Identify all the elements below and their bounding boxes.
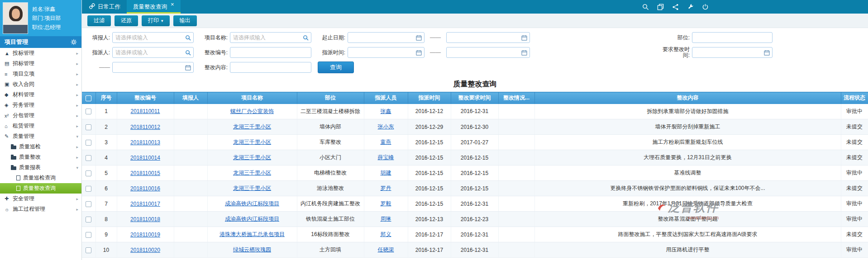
logout-icon[interactable] (702, 4, 709, 10)
sidebar-item[interactable]: 质量巡检查询 (0, 173, 81, 183)
select-all-checkbox[interactable] (86, 95, 91, 101)
rectify-content-input[interactable] (230, 62, 311, 73)
end-date-input[interactable] (446, 32, 530, 43)
sidebar-item[interactable]: ▣收入合同▸ (0, 79, 81, 90)
share-icon[interactable] (672, 4, 679, 10)
sidebar-item[interactable]: ≡项目立项▸ (0, 69, 81, 79)
cell-assignee[interactable]: 童燕 (364, 135, 408, 150)
table-row: 102018110020绿城云栖玫瑰园土方回填任晓渠2016-12-172016… (82, 242, 868, 258)
cell-assignee[interactable]: 薛宝峰 (364, 150, 408, 165)
sidebar-item[interactable]: x²分包管理▸ (0, 110, 81, 121)
row-checkbox[interactable] (86, 232, 91, 238)
results-table: 序号整改编号填报人项目名称部位指派人员指派时间整改要求时间整改情况...整改内容… (82, 92, 868, 258)
cell-project[interactable]: 龙湖三千里小区 (207, 119, 297, 135)
tab-daily-work[interactable]: 日常工作 (83, 0, 127, 14)
cell-project[interactable]: 龙湖三千里小区 (207, 135, 297, 150)
row-checkbox[interactable] (86, 217, 91, 222)
search-icon[interactable] (185, 50, 191, 56)
cell-project[interactable]: 成渝高铁内江标段项目 (207, 212, 297, 227)
calendar-icon[interactable] (521, 50, 527, 56)
filter-button[interactable]: 过滤 (87, 15, 111, 26)
assign-start-date-input[interactable] (348, 47, 424, 58)
tab-bar: 日常工作质量整改查询× (82, 0, 181, 14)
cell-code[interactable]: 2018110015 (117, 165, 174, 181)
cell-project[interactable]: 龙湖三千里小区 (207, 150, 297, 165)
row-checkbox[interactable] (86, 247, 91, 253)
row-checkbox[interactable] (86, 124, 91, 130)
tab-quality-rectify-query[interactable]: 质量整改查询× (127, 0, 181, 14)
require-start-date-input[interactable] (692, 47, 773, 58)
cell-code[interactable]: 2018110017 (117, 196, 174, 212)
sidebar-item[interactable]: 质量巡检▸ (0, 142, 81, 152)
sidebar-item[interactable]: ◈劳务管理▸ (0, 100, 81, 110)
cell-code[interactable]: 2018110012 (117, 119, 174, 135)
assigner-input[interactable] (112, 47, 194, 58)
cell-assignee[interactable]: 张小东 (364, 119, 408, 135)
filler-input[interactable] (112, 32, 194, 43)
cell-code[interactable]: 2018110016 (117, 181, 174, 196)
location-input[interactable] (692, 32, 773, 43)
sidebar-header[interactable]: 项目管理 (0, 36, 81, 48)
cell-project[interactable]: 成渝高铁内江标段项目 (207, 196, 297, 212)
close-icon[interactable]: × (171, 1, 174, 7)
calendar-icon[interactable] (416, 35, 422, 41)
cell-code[interactable]: 2018110018 (117, 212, 174, 227)
row-checkbox[interactable] (86, 186, 91, 192)
sidebar-item[interactable]: 质量报表▾ (0, 162, 81, 173)
cell-code[interactable]: 2018110014 (117, 150, 174, 165)
cell-assignee[interactable]: 张鑫 (364, 104, 408, 119)
restore-button[interactable]: 还原 (114, 15, 138, 26)
row-checkbox[interactable] (86, 170, 91, 176)
cell-filler (174, 242, 207, 258)
window-icon[interactable] (657, 4, 664, 10)
rectify-code-input[interactable] (230, 47, 311, 58)
sidebar-item[interactable]: 质量整改查询 (0, 183, 81, 194)
search-icon[interactable] (185, 35, 191, 41)
cell-assignee[interactable]: 任晓渠 (364, 242, 408, 258)
sidebar-item[interactable]: ◆材料管理▸ (0, 90, 81, 100)
cell-code[interactable]: 2018110019 (117, 227, 174, 242)
search-icon[interactable] (642, 4, 649, 10)
search-button[interactable]: 查询 (318, 61, 354, 73)
project-name-input[interactable] (230, 32, 311, 43)
calendar-icon[interactable] (521, 35, 527, 41)
export-button[interactable]: 输出 (173, 15, 197, 26)
cell-project[interactable]: 螺丝厂办公室装饰 (207, 104, 297, 119)
calendar-icon[interactable] (416, 50, 422, 56)
cell-project[interactable]: 绿城云栖玫瑰园 (207, 242, 297, 258)
sidebar-item[interactable]: ▤招标管理▸ (0, 58, 81, 69)
cell-assignee[interactable]: 郑义 (364, 227, 408, 242)
row-checkbox[interactable] (86, 155, 91, 161)
print-button[interactable]: 打印▾ (142, 15, 170, 26)
cell-assignee[interactable]: 胡建 (364, 165, 408, 181)
cell-code[interactable]: 2018110020 (117, 242, 174, 258)
material-management-icon: ◆ (5, 92, 13, 98)
sidebar-item[interactable]: ✚安全管理▸ (0, 194, 81, 204)
sidebar-item[interactable]: ☼施工过程管理▸ (0, 204, 81, 214)
row-checkbox[interactable] (86, 109, 91, 114)
sidebar-item[interactable]: 质量整改▸ (0, 152, 81, 162)
row-checkbox[interactable] (86, 201, 91, 207)
cell-assignee[interactable]: 周琳 (364, 212, 408, 227)
search-icon[interactable] (303, 35, 309, 41)
wrench-icon[interactable] (687, 4, 694, 10)
cell-project[interactable]: 龙湖三千里小区 (207, 165, 297, 181)
cell-code[interactable]: 2018110013 (117, 135, 174, 150)
start-date-input[interactable] (348, 32, 424, 43)
sidebar-item-label: 质量整改 (19, 153, 41, 161)
sidebar-item[interactable]: ▲投标管理▸ (0, 48, 81, 58)
cell-assignee[interactable]: 罗毅 (364, 196, 408, 212)
cell-project[interactable]: 龙湖三千里小区 (207, 181, 297, 196)
cell-code[interactable]: 2018110011 (117, 104, 174, 119)
row-checkbox[interactable] (86, 140, 91, 146)
cell-assignee[interactable]: 罗丹 (364, 181, 408, 196)
chevron-right-icon: ▸ (76, 124, 78, 128)
calendar-icon[interactable] (764, 50, 770, 56)
sidebar-item[interactable]: ✎质量管理▾ (0, 131, 81, 142)
assign-end-date-input[interactable] (446, 47, 530, 58)
sidebar-item[interactable]: ⌂租赁管理▸ (0, 121, 81, 131)
gear-icon[interactable] (71, 39, 77, 45)
cell-project[interactable]: 港珠澳大桥施工总承包项目 (207, 227, 297, 242)
require-end-date-input[interactable] (112, 62, 194, 73)
calendar-icon[interactable] (185, 65, 191, 71)
